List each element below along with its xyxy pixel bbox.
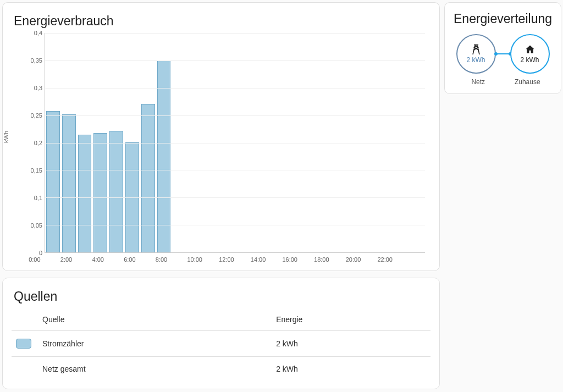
x-tick: 22:00 xyxy=(393,256,425,263)
grid-tower-icon xyxy=(471,44,482,55)
bar[interactable] xyxy=(78,135,92,252)
y-tick: 0,1 xyxy=(34,195,42,201)
bar-chart: kWh 00,050,10,150,20,250,30,350,4 xyxy=(12,33,430,253)
x-axis: 0:002:004:006:008:0010:0012:0014:0016:00… xyxy=(45,253,425,263)
bar[interactable] xyxy=(109,131,123,252)
distribution-title: Energieverteilung xyxy=(454,12,552,26)
home-icon xyxy=(525,44,536,55)
source-label: Netz gesamt xyxy=(38,357,272,382)
source-energy: 2 kWh xyxy=(272,357,430,382)
chart-title: Energieverbrauch xyxy=(14,14,430,29)
bar[interactable] xyxy=(157,60,171,252)
sources-table: Quelle Energie Stromzähler2 kWhNetz gesa… xyxy=(12,308,430,381)
bar[interactable] xyxy=(141,104,155,252)
y-tick: 0,3 xyxy=(34,85,42,91)
sources-header-energy: Energie xyxy=(272,308,430,331)
gridline xyxy=(45,33,425,34)
source-energy: 2 kWh xyxy=(272,331,430,357)
gridline xyxy=(45,143,425,143)
flow-connector xyxy=(496,53,510,54)
sources-card: Quellen Quelle Energie Stromzähler2 kWhN… xyxy=(2,278,440,389)
table-row[interactable]: Stromzähler2 kWh xyxy=(12,331,430,357)
bar[interactable] xyxy=(46,111,60,252)
y-tick: 0,35 xyxy=(31,57,42,64)
series-swatch xyxy=(16,339,31,349)
sources-header-source: Quelle xyxy=(38,308,272,331)
energy-distribution-card: Energieverteilung 2 kWh 2 kWh xyxy=(444,2,561,94)
gridline xyxy=(45,88,425,89)
sources-title: Quellen xyxy=(14,289,430,304)
y-tick: 0,2 xyxy=(34,140,42,146)
gridline xyxy=(45,170,425,170)
gridline xyxy=(45,197,425,198)
gridline xyxy=(45,225,425,225)
bar[interactable] xyxy=(62,114,76,252)
y-axis-label: kWh xyxy=(3,131,9,143)
table-row[interactable]: Netz gesamt2 kWh xyxy=(12,357,430,382)
y-tick: 0,05 xyxy=(31,222,42,229)
grid-label: Netz xyxy=(454,78,503,86)
bar[interactable] xyxy=(93,133,107,252)
energy-consumption-card: Energieverbrauch kWh 00,050,10,150,20,25… xyxy=(2,2,440,271)
grid-value: 2 kWh xyxy=(466,56,485,64)
y-tick: 0,15 xyxy=(31,167,42,174)
grid-node[interactable]: 2 kWh xyxy=(456,34,496,74)
y-tick: 0,25 xyxy=(31,112,42,119)
gridline xyxy=(45,60,425,61)
home-node[interactable]: 2 kWh xyxy=(510,34,550,74)
y-tick: 0,4 xyxy=(34,30,42,36)
home-value: 2 kWh xyxy=(520,56,539,64)
gridline xyxy=(45,115,425,116)
home-label: Zuhause xyxy=(503,78,553,86)
source-label: Stromzähler xyxy=(38,331,272,357)
y-tick: 0 xyxy=(39,250,42,256)
